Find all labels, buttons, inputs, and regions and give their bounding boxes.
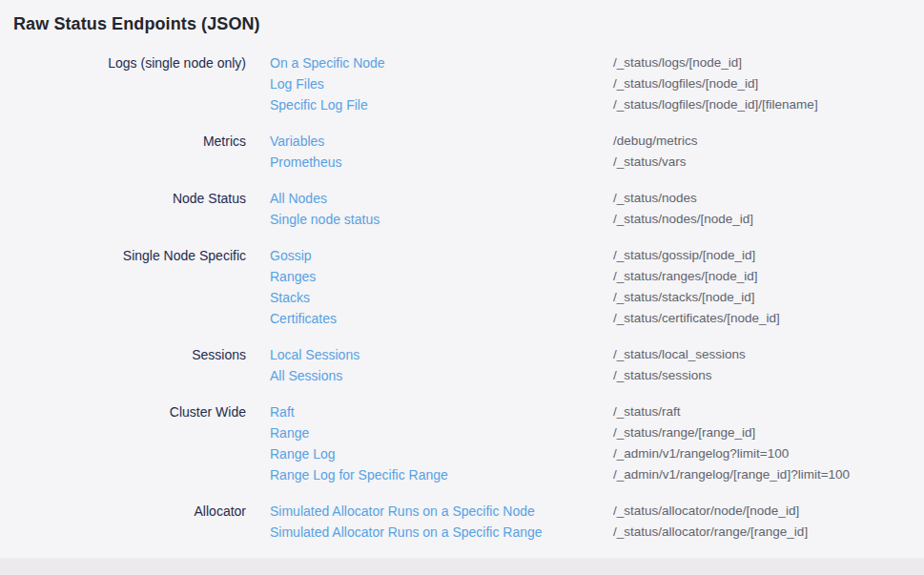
endpoint-link[interactable]: Prometheus xyxy=(270,152,613,173)
paths-column: /_status/nodes/_status/nodes/[node_id] xyxy=(613,188,924,230)
paths-column: /debug/metrics/_status/vars xyxy=(613,131,924,173)
paths-column: /_status/logs/[node_id]/_status/logfiles… xyxy=(613,52,924,115)
endpoint-path: /_status/logs/[node_id] xyxy=(613,52,924,73)
endpoint-link[interactable]: On a Specific Node xyxy=(270,52,613,73)
endpoint-link[interactable]: Range Log for Specific Range xyxy=(270,464,613,485)
endpoint-path: /_admin/v1/rangelog/[range_id]?limit=100 xyxy=(613,464,924,485)
endpoint-path: /_status/allocator/node/[node_id] xyxy=(613,501,924,522)
links-column: All NodesSingle node status xyxy=(270,188,613,230)
endpoint-path: /_status/local_sessions xyxy=(613,344,924,365)
category-label: Single Node Specific xyxy=(0,245,246,266)
links-column: GossipRangesStacksCertificates xyxy=(270,245,613,329)
endpoint-group: Sessions Local SessionsAll Sessions /_st… xyxy=(0,344,924,386)
links-column: VariablesPrometheus xyxy=(270,131,613,173)
endpoint-link[interactable]: Gossip xyxy=(270,245,613,266)
category-label: Allocator xyxy=(0,501,246,522)
endpoint-path: /_status/logfiles/[node_id]/[filename] xyxy=(613,94,924,115)
paths-column: /_status/raft/_status/range/[range_id]/_… xyxy=(613,401,924,485)
category-label: Logs (single node only) xyxy=(0,52,246,73)
category-label: Node Status xyxy=(0,188,246,209)
endpoint-link[interactable]: All Sessions xyxy=(270,365,613,386)
endpoint-group: Allocator Simulated Allocator Runs on a … xyxy=(0,501,924,543)
endpoint-group: Single Node Specific GossipRangesStacksC… xyxy=(0,245,924,329)
category-label: Cluster Wide xyxy=(0,401,246,422)
endpoint-path: /_status/logfiles/[node_id] xyxy=(613,73,924,94)
endpoint-path: /_admin/v1/rangelog?limit=100 xyxy=(613,443,924,464)
paths-column: /_status/gossip/[node_id]/_status/ranges… xyxy=(613,245,924,329)
endpoint-path: /_status/nodes/[node_id] xyxy=(613,209,924,230)
paths-column: /_status/local_sessions/_status/sessions xyxy=(613,344,924,386)
endpoint-link[interactable]: Simulated Allocator Runs on a Specific N… xyxy=(270,501,613,522)
endpoint-link[interactable]: Stacks xyxy=(270,287,613,308)
links-column: Local SessionsAll Sessions xyxy=(270,344,613,386)
endpoint-link[interactable]: Simulated Allocator Runs on a Specific R… xyxy=(270,522,613,543)
endpoint-path: /_status/gossip/[node_id] xyxy=(613,245,924,266)
endpoint-path: /_status/raft xyxy=(613,401,924,422)
endpoint-path: /_status/ranges/[node_id] xyxy=(613,266,924,287)
links-column: Simulated Allocator Runs on a Specific N… xyxy=(270,501,613,543)
endpoint-path: /_status/sessions xyxy=(613,365,924,386)
links-column: RaftRangeRange LogRange Log for Specific… xyxy=(270,401,613,485)
category-label: Sessions xyxy=(0,344,246,365)
page-title: Raw Status Endpoints (JSON) xyxy=(0,0,924,35)
endpoint-link[interactable]: Single node status xyxy=(270,209,613,230)
endpoint-path: /_status/vars xyxy=(613,152,924,173)
endpoint-path: /_status/range/[range_id] xyxy=(613,422,924,443)
category-label: Metrics xyxy=(0,131,246,152)
endpoint-link[interactable]: Local Sessions xyxy=(270,344,613,365)
endpoint-path: /debug/metrics xyxy=(613,131,924,152)
endpoint-path: /_status/stacks/[node_id] xyxy=(613,287,924,308)
endpoint-link[interactable]: Range Log xyxy=(270,443,613,464)
endpoint-groups: Logs (single node only) On a Specific No… xyxy=(0,52,924,543)
endpoint-path: /_status/certificates/[node_id] xyxy=(613,308,924,329)
endpoint-group: Logs (single node only) On a Specific No… xyxy=(0,52,924,115)
endpoint-path: /_status/allocator/range/[range_id] xyxy=(613,522,924,543)
links-column: On a Specific NodeLog FilesSpecific Log … xyxy=(270,52,613,115)
paths-column: /_status/allocator/node/[node_id]/_statu… xyxy=(613,501,924,543)
endpoint-link[interactable]: All Nodes xyxy=(270,188,613,209)
endpoint-link[interactable]: Range xyxy=(270,422,613,443)
footer-strip xyxy=(0,558,924,575)
endpoint-path: /_status/nodes xyxy=(613,188,924,209)
endpoint-link[interactable]: Variables xyxy=(270,131,613,152)
endpoint-link[interactable]: Raft xyxy=(270,401,613,422)
endpoint-link[interactable]: Certificates xyxy=(270,308,613,329)
endpoint-group: Metrics VariablesPrometheus /debug/metri… xyxy=(0,131,924,173)
endpoint-link[interactable]: Log Files xyxy=(270,73,613,94)
raw-status-endpoints-page: Raw Status Endpoints (JSON) Logs (single… xyxy=(0,0,924,575)
endpoint-group: Cluster Wide RaftRangeRange LogRange Log… xyxy=(0,401,924,485)
endpoint-link[interactable]: Ranges xyxy=(270,266,613,287)
endpoint-link[interactable]: Specific Log File xyxy=(270,94,613,115)
endpoint-group: Node Status All NodesSingle node status … xyxy=(0,188,924,230)
